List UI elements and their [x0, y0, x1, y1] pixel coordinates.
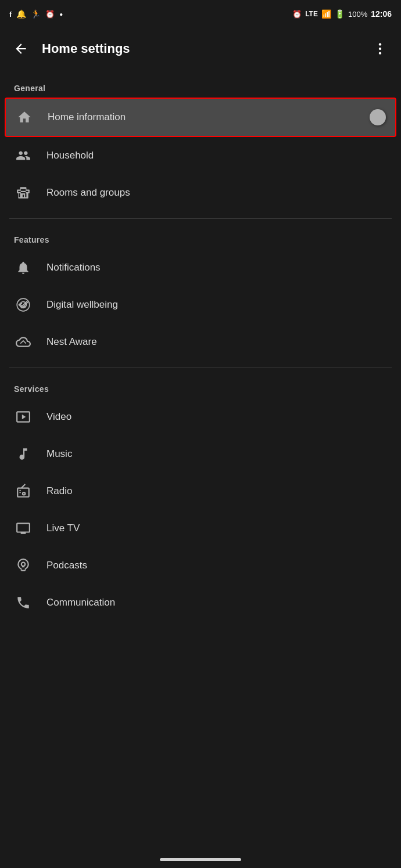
- notifications-item[interactable]: Notifications: [0, 249, 401, 286]
- home-information-toggle[interactable]: [370, 109, 386, 125]
- divider-2: [9, 368, 392, 368]
- alarm-icon: ⏰: [292, 10, 302, 19]
- music-item[interactable]: Music: [0, 435, 401, 473]
- signal-icon: 📶: [321, 9, 331, 19]
- svg-point-5: [24, 303, 26, 305]
- podcasts-label: Podcasts: [46, 560, 387, 571]
- running-icon: 🏃: [31, 9, 41, 19]
- home-indicator: [160, 858, 241, 861]
- app-bar: Home settings: [0, 28, 401, 70]
- tv-icon: [14, 519, 33, 538]
- podcast-icon: [14, 556, 33, 575]
- page-title: Home settings: [42, 41, 359, 56]
- bell-icon: [14, 258, 33, 277]
- wellbeing-icon: [14, 296, 33, 314]
- people-icon: [14, 146, 33, 165]
- svg-point-1: [379, 48, 381, 50]
- settings-content: General Home information Household Rooms…: [0, 70, 401, 626]
- podcasts-item[interactable]: Podcasts: [0, 547, 401, 584]
- battery-icon: 🔋: [335, 9, 345, 19]
- home-icon: [15, 108, 34, 127]
- status-bar-right: ⏰ LTE 📶 🔋 100% 12:06: [292, 9, 392, 19]
- cloud-icon: [14, 333, 33, 351]
- alarm-bell-icon: 🔔: [16, 9, 26, 19]
- radio-label: Radio: [46, 485, 387, 497]
- facebook-icon: f: [9, 10, 12, 19]
- nest-aware-label: Nest Aware: [46, 336, 387, 348]
- status-bar: f 🔔 🏃 ⏰ ● ⏰ LTE 📶 🔋 100% 12:06: [0, 0, 401, 28]
- lte-indicator: LTE: [305, 10, 318, 18]
- time-display: 12:06: [371, 9, 392, 19]
- music-icon: [14, 445, 33, 463]
- svg-point-2: [379, 52, 381, 54]
- phone-icon: [14, 593, 33, 612]
- video-label: Video: [46, 411, 387, 423]
- home-information-label: Home information: [48, 111, 356, 123]
- household-label: Household: [46, 150, 387, 161]
- live-tv-label: Live TV: [46, 523, 387, 534]
- radio-icon: [14, 482, 33, 500]
- rooms-and-groups-label: Rooms and groups: [46, 187, 387, 199]
- notifications-label: Notifications: [46, 262, 387, 273]
- back-button[interactable]: [9, 37, 33, 60]
- dot-icon: ●: [59, 11, 63, 17]
- status-bar-left: f 🔔 🏃 ⏰ ●: [9, 9, 63, 19]
- nest-aware-item[interactable]: Nest Aware: [0, 323, 401, 361]
- clock-status-icon: ⏰: [45, 10, 55, 19]
- toggle-knob: [370, 109, 386, 125]
- home-information-item[interactable]: Home information: [5, 98, 396, 137]
- battery-percent: 100%: [348, 10, 367, 19]
- more-options-button[interactable]: [368, 37, 392, 60]
- video-icon: [14, 408, 33, 426]
- rooms-icon: [14, 183, 33, 202]
- video-item[interactable]: Video: [0, 398, 401, 435]
- section-header-general: General: [0, 74, 401, 98]
- divider-1: [9, 218, 392, 219]
- communication-item[interactable]: Communication: [0, 584, 401, 621]
- svg-point-4: [20, 303, 22, 305]
- radio-item[interactable]: Radio: [0, 473, 401, 510]
- digital-wellbeing-item[interactable]: Digital wellbeing: [0, 286, 401, 323]
- section-header-features: Features: [0, 226, 401, 249]
- svg-point-0: [379, 43, 381, 45]
- household-item[interactable]: Household: [0, 137, 401, 174]
- music-label: Music: [46, 448, 387, 460]
- digital-wellbeing-label: Digital wellbeing: [46, 299, 387, 311]
- live-tv-item[interactable]: Live TV: [0, 510, 401, 547]
- section-header-services: Services: [0, 375, 401, 398]
- rooms-and-groups-item[interactable]: Rooms and groups: [0, 174, 401, 211]
- communication-label: Communication: [46, 597, 387, 608]
